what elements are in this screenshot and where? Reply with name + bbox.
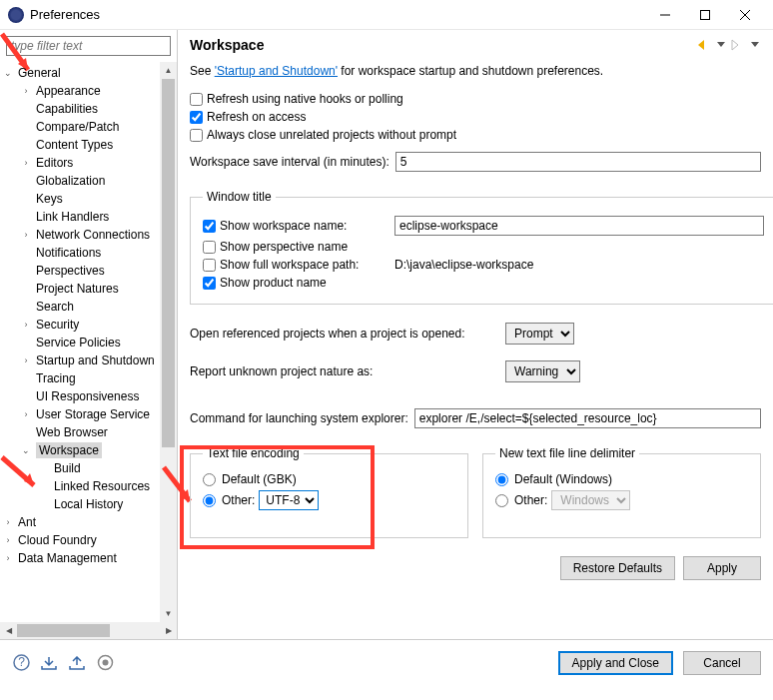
cancel-button[interactable]: Cancel <box>683 651 761 675</box>
sysexplorer-input[interactable] <box>414 408 761 428</box>
apply-close-button[interactable]: Apply and Close <box>558 651 673 675</box>
delimiter-other-select[interactable]: Windows <box>551 490 630 510</box>
svg-rect-1 <box>701 10 710 19</box>
collapse-icon[interactable]: ⌄ <box>2 64 14 82</box>
horizontal-scrollbar[interactable]: ◀ ▶ <box>0 622 177 639</box>
tree-item[interactable]: ⌄General <box>0 64 160 82</box>
expand-icon[interactable]: › <box>20 154 32 172</box>
tree-item[interactable]: Build <box>0 459 160 477</box>
expand-icon[interactable]: › <box>20 316 32 334</box>
expand-icon[interactable]: › <box>20 226 32 244</box>
close-button[interactable] <box>725 0 765 30</box>
refresh-access-checkbox[interactable] <box>190 111 203 124</box>
tree-item[interactable]: Tracing <box>0 369 160 387</box>
show-perspective-label: Show perspective name <box>220 240 348 254</box>
intro-text: See 'Startup and Shutdown' for workspace… <box>190 64 761 78</box>
save-interval-input[interactable] <box>395 152 761 172</box>
apply-button[interactable]: Apply <box>683 556 761 580</box>
show-product-checkbox[interactable] <box>203 277 216 290</box>
titlebar: Preferences <box>0 0 773 30</box>
encoding-other-label: Other: <box>222 493 255 507</box>
filter-input[interactable] <box>6 36 171 56</box>
show-full-path-checkbox[interactable] <box>203 259 216 272</box>
tree-item[interactable]: Content Types <box>0 136 160 154</box>
tree-item[interactable]: Service Policies <box>0 334 160 351</box>
help-icon[interactable]: ? <box>12 654 30 672</box>
nav-back-button[interactable] <box>695 37 713 53</box>
tree-item[interactable]: ›Network Connections <box>0 226 160 244</box>
expand-icon[interactable]: › <box>2 513 14 531</box>
vertical-scrollbar[interactable]: ▲ ▼ <box>160 62 177 622</box>
minimize-button[interactable] <box>645 0 685 30</box>
tree-item[interactable]: ›Cloud Foundry <box>0 531 160 549</box>
app-icon <box>8 7 24 23</box>
tree-item-label: Security <box>36 318 79 332</box>
tree-item[interactable]: ⌄Workspace <box>0 441 160 459</box>
open-ref-select[interactable]: Prompt <box>505 323 574 345</box>
tree-item[interactable]: ›Ant <box>0 513 160 531</box>
tree-item[interactable]: Local History <box>0 495 160 513</box>
import-icon[interactable] <box>40 654 58 672</box>
tree-item[interactable]: ›User Storage Service <box>0 405 160 423</box>
close-unrelated-label: Always close unrelated projects without … <box>207 128 456 142</box>
tree-item-label: User Storage Service <box>36 407 150 421</box>
preference-tree[interactable]: ⌄General›AppearanceCapabilitiesCompare/P… <box>0 62 160 622</box>
tree-item[interactable]: Notifications <box>0 244 160 262</box>
refresh-native-checkbox[interactable] <box>190 93 203 106</box>
nav-fwd-button[interactable] <box>729 37 747 53</box>
tree-item-label: Startup and Shutdown <box>36 353 155 367</box>
tree-item[interactable]: Keys <box>0 190 160 208</box>
nav-back-menu[interactable] <box>715 40 727 50</box>
maximize-button[interactable] <box>685 0 725 30</box>
show-perspective-checkbox[interactable] <box>203 241 216 254</box>
tree-item[interactable]: ›Appearance <box>0 82 160 100</box>
tree-item[interactable]: Perspectives <box>0 262 160 280</box>
tree-item[interactable]: ›Startup and Shutdown <box>0 351 160 369</box>
open-ref-label: Open referenced projects when a project … <box>190 327 499 341</box>
expand-icon[interactable]: › <box>2 549 14 567</box>
page-title: Workspace <box>190 37 695 53</box>
tree-item-label: Ant <box>18 515 36 529</box>
tree-item[interactable]: Web Browser <box>0 423 160 441</box>
encoding-other-radio[interactable] <box>203 494 216 507</box>
nav-fwd-menu[interactable] <box>749 40 761 50</box>
restore-defaults-button[interactable]: Restore Defaults <box>560 556 675 580</box>
expand-icon[interactable]: › <box>20 405 32 423</box>
collapse-icon[interactable]: ⌄ <box>20 441 32 459</box>
tree-item-label: Local History <box>54 497 123 511</box>
delimiter-default-label: Default (Windows) <box>514 472 612 486</box>
tree-item[interactable]: Linked Resources <box>0 477 160 495</box>
tree-item[interactable]: Compare/Patch <box>0 118 160 136</box>
tree-item[interactable]: Capabilities <box>0 100 160 118</box>
tree-item-label: Workspace <box>36 442 102 458</box>
tree-item[interactable]: UI Responsiveness <box>0 387 160 405</box>
tree-item-label: Search <box>36 300 74 314</box>
ws-name-input[interactable] <box>394 216 764 236</box>
delimiter-other-label: Other: <box>514 493 547 507</box>
report-unknown-select[interactable]: Warning <box>505 360 580 382</box>
tree-item[interactable]: ›Editors <box>0 154 160 172</box>
tree-item[interactable]: ›Security <box>0 316 160 334</box>
encoding-group: Text file encoding Default (GBK) Other: … <box>190 446 468 538</box>
tree-item-label: Link Handlers <box>36 210 109 224</box>
startup-shutdown-link[interactable]: 'Startup and Shutdown' <box>215 64 338 78</box>
delimiter-other-radio[interactable] <box>495 494 508 507</box>
delimiter-default-radio[interactable] <box>495 473 508 486</box>
tree-item[interactable]: Project Natures <box>0 280 160 298</box>
tree-item-label: UI Responsiveness <box>36 389 139 403</box>
close-unrelated-checkbox[interactable] <box>190 129 203 142</box>
tree-item[interactable]: Globalization <box>0 172 160 190</box>
expand-icon[interactable]: › <box>2 531 14 549</box>
tree-item[interactable]: Link Handlers <box>0 208 160 226</box>
oomph-icon[interactable] <box>96 654 114 672</box>
tree-item[interactable]: ›Data Management <box>0 549 160 567</box>
tree-item-label: General <box>18 66 61 80</box>
show-ws-name-checkbox[interactable] <box>203 220 216 233</box>
encoding-default-radio[interactable] <box>203 473 216 486</box>
export-icon[interactable] <box>68 654 86 672</box>
encoding-other-select[interactable]: UTF-8 <box>259 490 319 510</box>
expand-icon[interactable]: › <box>20 351 32 369</box>
expand-icon[interactable]: › <box>20 82 32 100</box>
window-title-legend: Window title <box>203 190 276 204</box>
tree-item[interactable]: Search <box>0 298 160 316</box>
